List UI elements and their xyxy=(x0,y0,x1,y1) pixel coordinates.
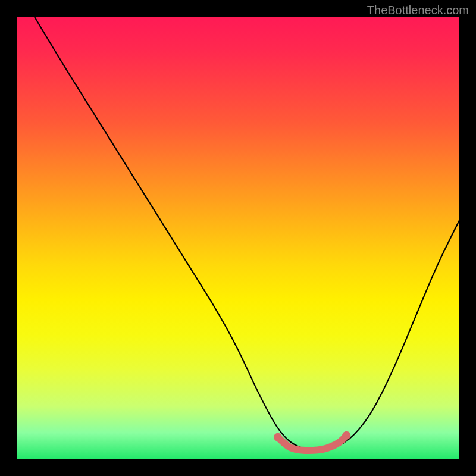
chart-svg xyxy=(17,17,459,459)
bottleneck-curve xyxy=(35,17,459,450)
marker-start-dot xyxy=(274,433,282,441)
attribution-label: TheBottleneck.com xyxy=(367,4,469,17)
chart-container: TheBottleneck.com xyxy=(0,0,476,476)
marker-end-dot xyxy=(342,431,350,440)
plot-area xyxy=(17,17,459,459)
optimal-range-marker xyxy=(278,436,346,450)
